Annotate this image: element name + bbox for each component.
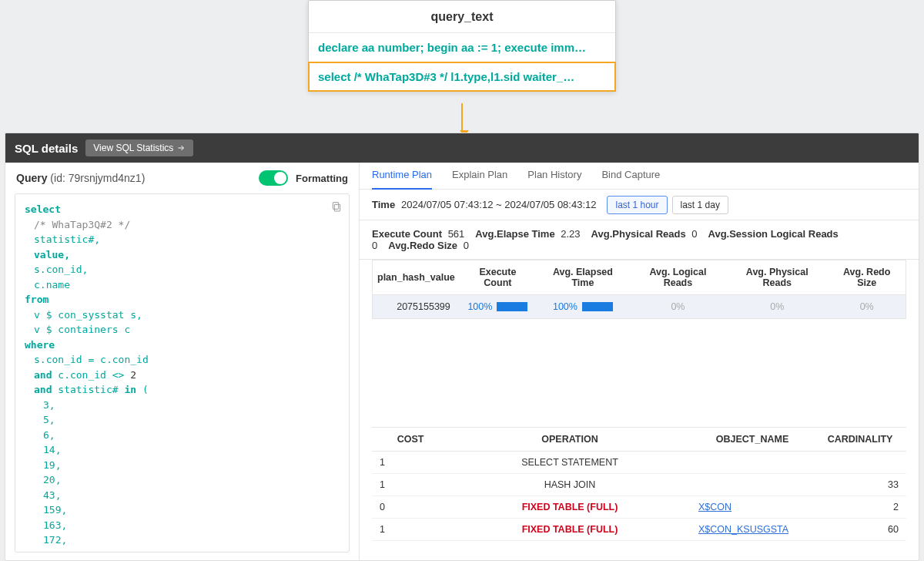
query-label: Query [16,172,47,184]
sql-line: 5, [25,412,340,428]
sql-line: value, [25,247,340,263]
query-head: Query (id: 79rsnjymd4nz1) Formatting [5,163,359,193]
sql-line: c.name [25,277,340,293]
sql-line: v $ containers c [25,322,340,338]
sql-line: 172, [25,532,340,548]
sql-line: 3, [25,398,340,413]
query-source-box[interactable]: select/* WhaTap3Q#2 */statistic#,value,s… [15,193,350,553]
query-text-title: query_text [309,1,615,33]
sql-line: 14, [25,442,340,458]
sql-line: where [25,339,55,351]
sql-line: v $ con_sysstat s, [25,307,340,323]
panel-header: SQL details View SQL Statistics [5,133,919,163]
sql-line: statistic#, [25,232,340,247]
stat-item: Avg.Physical Reads 0 [591,228,698,240]
query-text-row[interactable]: declare aa number; begin aa := 1; execut… [309,33,615,62]
time-range-value: 2024/07/05 07:43:12 ~ 2024/07/05 08:43:1… [401,199,596,210]
tabs: Runtime PlanExplain PlanPlan HistoryBind… [360,163,919,190]
sql-line: 20, [25,472,340,488]
query-column: Query (id: 79rsnjymd4nz1) Formatting [5,163,360,561]
stat-item: Avg.Elapse Time 2.23 [475,228,580,240]
op-header: CARDINALITY [814,428,906,452]
formatting-label: Formatting [296,173,348,184]
sql-line: select [25,203,61,215]
op-row[interactable]: 1SELECT STATEMENT [372,452,906,474]
view-sql-statistics-button[interactable]: View SQL Statistics [85,139,193,156]
arrow-down-icon [460,103,464,134]
stat-item: Execute Count 561 [372,228,464,240]
time-pill-last-1d[interactable]: last 1 day [672,196,728,214]
svg-rect-0 [334,204,340,211]
sql-line: 178, [25,548,340,553]
query-text-row[interactable]: select /* WhaTap3D#3 */ l1.type,l1.sid w… [309,62,615,91]
phv-header: plan_hash_value [373,260,460,295]
sql-line: 19, [25,458,340,473]
op-header: COST [372,428,449,452]
tab-bind-capture[interactable]: Bind Capture [601,169,660,189]
op-row[interactable]: 0FIXED TABLE (FULL)X$CON2 [372,496,906,519]
button-label: View SQL Statistics [93,143,173,153]
plan-hash-table: plan_hash_valueExecute CountAvg. Elapsed… [372,260,906,319]
operation-table: COSTOPERATIONOBJECT_NAMECARDINALITY 1SEL… [372,427,906,541]
op-row[interactable]: 1FIXED TABLE (FULL)X$CON_KSUSGSTA60 [372,519,906,541]
query-id-prefix: id: [54,172,65,184]
time-pill-last-1h[interactable]: last 1 hour [607,196,667,214]
formatting-toggle[interactable] [259,170,288,186]
time-range-bar: Time 2024/07/05 07:43:12 ~ 2024/07/05 08… [360,190,919,220]
op-header: OPERATION [449,428,691,452]
stats-line: Execute Count 561Avg.Elapse Time 2.23Avg… [360,220,919,260]
detail-column: Runtime PlanExplain PlanPlan HistoryBind… [360,163,919,561]
sql-line: 163, [25,518,340,533]
svg-rect-1 [333,203,338,210]
tab-plan-history[interactable]: Plan History [527,169,581,189]
op-row[interactable]: 1HASH JOIN33 [372,474,906,496]
phv-header: Avg. Redo Size [828,260,906,295]
tab-explain-plan[interactable]: Explain Plan [452,169,507,189]
sql-line: s.con_id = c.con_id [25,352,340,368]
tab-runtime-plan[interactable]: Runtime Plan [372,169,432,190]
sql-line: 43, [25,488,340,503]
sql-line: /* WhaTap3Q#2 */ [25,217,340,233]
phv-header: Avg. Logical Reads [630,260,726,295]
stat-item: Avg.Redo Size 0 [388,240,469,251]
arrow-right-icon [176,143,186,153]
object-link[interactable]: X$CON [698,502,732,512]
phv-row[interactable]: 2075155399100% 100% 0%0%0% [373,295,906,319]
sql-line: s.con_id, [25,262,340,277]
phv-header: Execute Count [460,260,536,295]
time-label: Time [372,199,395,210]
query-id: 79rsnjymd4nz1 [69,172,142,184]
sql-line: from [25,294,49,305]
object-link[interactable]: X$CON_KSUSGSTA [698,524,788,535]
phv-header: Avg. Physical Reads [726,260,828,295]
sql-line: 159, [25,502,340,518]
sql-details-panel: SQL details View SQL Statistics Query (i… [5,133,919,561]
sql-line: 6, [25,428,340,443]
op-header: OBJECT_NAME [691,428,814,452]
sql-line: and statistic# in ( [25,382,340,398]
panel-title: SQL details [15,142,78,155]
copy-icon[interactable] [330,200,343,217]
phv-header: Avg. Elapsed Time [536,260,630,295]
sql-line: and c.con_id <> 2 [25,368,340,383]
query-text-card: query_text declare aa number; begin aa :… [308,0,616,92]
